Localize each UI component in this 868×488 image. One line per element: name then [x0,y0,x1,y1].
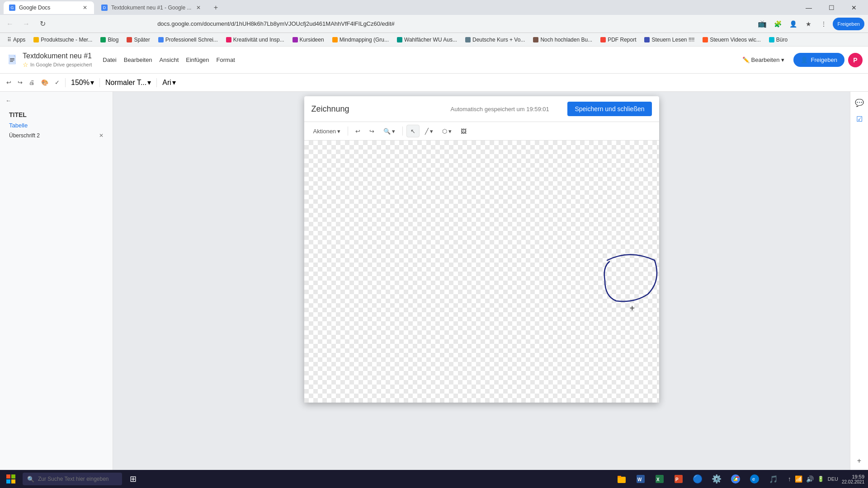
maximize-button[interactable]: ☐ [821,0,842,15]
bookmark-kursideen[interactable]: Kursideen [289,34,328,45]
svg-rect-3 [10,60,14,61]
draw-select-button[interactable]: ↖ [406,125,420,137]
profile-icon[interactable]: 👤 [787,18,799,30]
bookmark-favicon-4 [158,37,164,42]
windows-logo-icon [6,474,15,483]
draw-redo-button[interactable]: ↪ [366,125,378,137]
bookmark-produktsuche[interactable]: Produktsuche - Mer... [30,34,96,45]
outline-item-close-icon[interactable]: ✕ [99,132,104,139]
taskbar-app6[interactable]: ⚙️ [708,471,725,487]
svg-text:e: e [752,476,755,482]
bookmark-favicon-1 [33,37,39,42]
draw-zoom-button[interactable]: 🔍 ▾ [380,125,399,137]
draw-image-button[interactable]: 🖼 [457,125,470,137]
actions-dropdown[interactable]: Aktionen ▾ [310,125,344,137]
tab-close-2[interactable]: ✕ [195,4,202,11]
tab-close-1[interactable]: ✕ [81,4,89,11]
edit-mode-label: Bearbeiten [751,56,780,63]
bookmark-icon[interactable]: ★ [802,18,815,30]
bookmark-label-3: Später [134,37,150,43]
comments-icon[interactable]: 💬 [852,95,867,110]
bookmark-deutsche-kurs[interactable]: Deutsche Kurs + Vo... [462,34,528,45]
forward-button[interactable]: → [20,18,33,30]
menu-format[interactable]: Format [213,55,239,65]
spellcheck-button[interactable]: ✓ [52,76,62,89]
zoom-dropdown[interactable]: 150% ▾ [68,76,97,89]
taskbar-spotify[interactable]: 🎵 [765,471,782,487]
volume-icon[interactable]: 🔊 [806,475,814,483]
reload-button[interactable]: ↻ [36,18,49,30]
network-icon[interactable]: 📶 [795,475,802,483]
bookmark-buero[interactable]: Büro [765,34,791,45]
draw-undo-button[interactable]: ↩ [352,125,364,137]
drawing-canvas[interactable]: + [304,141,659,403]
star-icon[interactable]: ☆ [23,61,28,68]
close-button[interactable]: ✕ [844,0,864,15]
bookmark-professionell[interactable]: Professionell Schrei... [155,34,222,45]
taskbar-chrome[interactable] [727,471,744,487]
font-dropdown[interactable]: Ari ▾ [160,76,179,89]
taskview-button[interactable]: ⊞ [125,471,141,487]
style-dropdown[interactable]: Normaler T... ▾ [103,76,154,89]
taskbar-word[interactable]: W [632,471,649,487]
draw-shape-button[interactable]: ⬡ ▾ [439,125,455,137]
taskbar-edge[interactable]: e [746,471,763,487]
taskbar-search-input[interactable] [38,476,118,482]
bookmark-kreativitaet[interactable]: Kreativität und Insp... [222,34,288,45]
minimize-button[interactable]: — [798,0,819,15]
redo-button[interactable]: ↪ [15,76,25,89]
bookmark-blog[interactable]: Blog [97,34,122,45]
new-tab-button[interactable]: + [209,1,222,14]
edit-mode-button[interactable]: ✏️ Bearbeiten ▾ [737,54,790,66]
language-indicator: DEU [828,476,838,482]
outline-item-tabelle[interactable]: Tabelle [5,120,107,131]
bookmark-pdf[interactable]: PDF Report [597,34,640,45]
back-button[interactable]: ← [4,18,16,30]
start-button[interactable] [4,472,18,486]
draw-line-button[interactable]: ╱ ▾ [421,125,437,137]
undo-button[interactable]: ↩ [4,76,14,89]
user-avatar[interactable]: P [848,53,863,67]
menu-einfuegen[interactable]: Einfügen [182,55,212,65]
bookmark-apps[interactable]: ⠿ Apps [4,34,29,45]
docs-header: Textdokument neu #1 ☆ In Google Drive ge… [0,47,868,74]
profile-button[interactable]: Freigeben [833,18,864,30]
taskbar-file-manager[interactable] [613,471,630,487]
bookmark-label-11: PDF Report [608,37,636,43]
share-button[interactable]: 👤 Freigeben [793,53,844,67]
bookmark-wahlfaecher[interactable]: Wahlfächer WU Aus... [393,34,461,45]
outline-item-ueberschrift2[interactable]: Überschrift 2 ✕ [5,131,107,141]
drawing-save-button[interactable]: Speichern und schließen [567,102,651,116]
bookmark-steuern-lesen[interactable]: Steuern Lesen !!!! [641,34,698,45]
extensions-icon[interactable]: 🧩 [771,18,784,30]
battery-icon[interactable]: 🔋 [817,476,824,482]
add-sidebar-icon[interactable]: + [852,454,867,468]
outline-back-button[interactable]: ← [5,97,107,104]
print-button[interactable]: 🖨 [26,76,38,89]
bookmark-mindmapping[interactable]: Mindmapping (Gru... [329,34,392,45]
menu-datei[interactable]: Datei [99,55,120,65]
taskbar-excel[interactable]: X [651,471,668,487]
tab-textdoc[interactable]: D Textdokument neu #1 - Google ... ✕ [96,1,208,14]
drawing-canvas-bg[interactable]: + [304,141,659,403]
bookmark-label-1: Produktsuche - Mer... [41,37,92,43]
menu-ansicht[interactable]: Ansicht [156,55,183,65]
settings-icon[interactable]: ⋮ [817,18,830,30]
outline-item-titel[interactable]: TITEL [5,109,107,120]
menu-bearbeiten[interactable]: Bearbeiten [120,55,156,65]
bookmark-favicon-12 [644,37,650,42]
paint-format-button[interactable]: 🎨 [38,76,51,89]
taskbar-app5[interactable]: 🔵 [689,471,706,487]
docs-document-title[interactable]: Textdokument neu #1 [23,52,92,60]
taskbar-search[interactable]: 🔍 [23,473,122,485]
right-sidebar-active-icon[interactable]: ☑ [852,112,867,126]
taskbar-powerpoint[interactable]: P [670,471,687,487]
cast-icon[interactable]: 📺 [756,18,769,30]
bookmark-steuern-videos[interactable]: Steuern Videos wic... [699,34,764,45]
bookmark-spaeter[interactable]: Später [123,34,153,45]
address-bar: ← → ↻ docs.google.com/document/d/1hUH8k6… [0,15,868,33]
address-input[interactable]: docs.google.com/document/d/1hUH8k6h7Lb8y… [150,18,557,30]
tab-google-docs[interactable]: G Google Docs ✕ [4,1,94,14]
bookmark-noch-hochladen[interactable]: Noch hochladen Bu... [529,34,596,45]
bookmark-label-5: Kreativität und Insp... [233,37,284,43]
